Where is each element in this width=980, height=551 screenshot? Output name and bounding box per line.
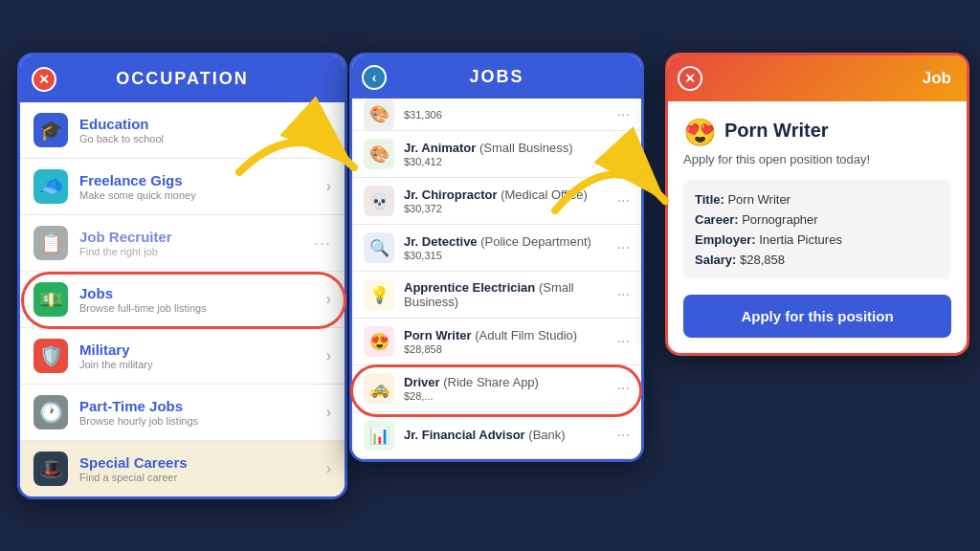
menu-item-parttime[interactable]: 🕐 Part-Time Jobs Browse hourly job listi… xyxy=(20,385,345,441)
recruiter-subtitle: Find the right job xyxy=(79,246,306,257)
jobs-subtitle: Browse full-time job listings xyxy=(79,302,319,314)
apply-position-button[interactable]: Apply for this position xyxy=(683,295,951,338)
parttime-icon: 🕐 xyxy=(33,395,68,430)
jr-chiropractor-title: Jr. Chiropractor (Medical Office) xyxy=(404,187,612,202)
job-detail-emoji: 😍 xyxy=(683,117,717,148)
job-item-partial-top: 🎨 $31,306 ··· xyxy=(352,99,641,131)
menu-item-freelance[interactable]: 🧢 Freelance Gigs Make some quick money › xyxy=(20,159,345,215)
occupation-panel: ✕ OCCUPATION 🎓 Education Go back to scho… xyxy=(17,53,347,499)
freelance-icon: 🧢 xyxy=(33,169,68,204)
military-title: Military xyxy=(79,342,319,358)
menu-item-special[interactable]: 🎩 Special Careers Find a special career … xyxy=(20,441,345,496)
job-item-jr-animator[interactable]: 🎨 Jr. Animator (Small Business) $30,412 … xyxy=(352,131,641,178)
job-detail-subtitle: Apply for this open position today! xyxy=(683,152,951,166)
parttime-title: Part-Time Jobs xyxy=(79,398,319,414)
job-detail-career-label: Career: xyxy=(695,212,739,227)
partial-salary: $31,306 xyxy=(404,109,612,121)
education-subtitle: Go back to school xyxy=(79,133,319,144)
jr-detective-employer: (Police Department) xyxy=(480,234,591,249)
job-detail-info-box: Title: Porn Writer Career: Pornographer … xyxy=(683,180,951,279)
freelance-text: Freelance Gigs Make some quick money xyxy=(79,172,319,201)
financial-dots: ··· xyxy=(617,427,630,444)
job-detail-close-button[interactable]: ✕ xyxy=(678,66,702,91)
job-detail-name: Porn Writer xyxy=(724,120,829,142)
electrician-dots: ··· xyxy=(617,286,630,303)
driver-icon: 🚕 xyxy=(364,373,394,404)
jobs-list: 🎨 $31,306 ··· 🎨 Jr. Animator (Small Busi… xyxy=(352,99,641,459)
special-icon: 🎩 xyxy=(33,452,68,486)
military-text: Military Join the military xyxy=(79,342,319,370)
job-detail-career-row: Career: Pornographer xyxy=(695,209,940,230)
job-item-driver[interactable]: 🚕 Driver (Ride Share App) $28,... ··· xyxy=(352,365,641,412)
military-icon: 🛡️ xyxy=(33,339,68,373)
jr-chiropractor-salary: $30,372 xyxy=(404,203,612,214)
electrician-employer: (Small Business) xyxy=(404,280,574,309)
occupation-close-button[interactable]: ✕ xyxy=(32,67,56,92)
menu-item-jobs[interactable]: 💵 Jobs Browse full-time job listings › xyxy=(20,272,345,328)
recruiter-dots-icon: ··· xyxy=(314,233,331,253)
porn-writer-info: Porn Writer (Adult Film Studio) $28,858 xyxy=(404,328,612,355)
job-detail-salary-row: Salary: $28,858 xyxy=(695,250,940,270)
menu-item-military[interactable]: 🛡️ Military Join the military › xyxy=(20,328,345,385)
jobs-back-button[interactable]: ‹ xyxy=(362,65,387,90)
job-detail-salary-value: $28,858 xyxy=(740,253,785,267)
jr-chiropractor-icon: 💀 xyxy=(364,186,394,216)
jr-animator-title: Jr. Animator (Small Business) xyxy=(404,141,612,155)
job-item-jr-detective[interactable]: 🔍 Jr. Detective (Police Department) $30,… xyxy=(352,225,641,272)
job-detail-title-label: Title: xyxy=(695,192,724,207)
job-item-electrician[interactable]: 💡 Apprentice Electrician (Small Business… xyxy=(352,272,641,319)
parttime-text: Part-Time Jobs Browse hourly job listing… xyxy=(79,398,319,427)
jr-detective-salary: $30,315 xyxy=(404,250,612,261)
jr-chiropractor-dots: ··· xyxy=(617,192,630,209)
jobs-icon: 💵 xyxy=(33,282,68,317)
electrician-info: Apprentice Electrician (Small Business) xyxy=(404,280,612,310)
jr-detective-info: Jr. Detective (Police Department) $30,31… xyxy=(404,234,612,261)
driver-salary: $28,... xyxy=(404,390,612,402)
electrician-icon: 💡 xyxy=(364,279,394,310)
jr-animator-icon: 🎨 xyxy=(364,139,394,169)
porn-writer-title: Porn Writer (Adult Film Studio) xyxy=(404,328,612,342)
porn-writer-salary: $28,858 xyxy=(404,343,612,355)
job-detail-panel: ✕ Job 😍 Porn Writer Apply for this open … xyxy=(665,53,969,356)
freelance-subtitle: Make some quick money xyxy=(79,189,319,201)
jr-animator-dots: ··· xyxy=(617,145,630,163)
education-text: Education Go back to school xyxy=(79,116,319,144)
menu-item-education[interactable]: 🎓 Education Go back to school › xyxy=(20,102,345,159)
education-title: Education xyxy=(79,116,319,132)
jobs-panel: ‹ JOBS 🎨 $31,306 ··· 🎨 Jr. Animator (Sma… xyxy=(349,53,644,462)
jobs-header: ‹ JOBS xyxy=(352,55,641,99)
jr-animator-salary: $30,412 xyxy=(404,156,612,167)
jr-animator-info: Jr. Animator (Small Business) $30,412 xyxy=(404,141,612,167)
jobs-title: JOBS xyxy=(469,67,523,87)
driver-employer: (Ride Share App) xyxy=(443,375,539,389)
special-text: Special Careers Find a special career xyxy=(79,454,319,483)
job-detail-career-value: Pornographer xyxy=(742,212,818,227)
jobs-title: Jobs xyxy=(79,285,319,301)
driver-title: Driver (Ride Share App) xyxy=(404,375,612,389)
job-detail-employer-label: Employer: xyxy=(695,232,756,247)
job-item-porn-writer[interactable]: 😍 Porn Writer (Adult Film Studio) $28,85… xyxy=(352,319,641,365)
job-detail-employer-value: Inertia Pictures xyxy=(759,232,842,247)
porn-writer-dots: ··· xyxy=(617,333,630,350)
driver-dots: ··· xyxy=(617,380,630,397)
jr-chiropractor-info: Jr. Chiropractor (Medical Office) $30,37… xyxy=(404,187,612,214)
job-detail-salary-label: Salary: xyxy=(695,253,736,267)
job-detail-title-value: Porn Writer xyxy=(727,192,791,207)
porn-writer-icon: 😍 xyxy=(364,326,394,357)
financial-title: Jr. Financial Advisor (Bank) xyxy=(404,428,612,442)
job-item-jr-chiropractor[interactable]: 💀 Jr. Chiropractor (Medical Office) $30,… xyxy=(352,178,641,225)
financial-info: Jr. Financial Advisor (Bank) xyxy=(404,428,612,443)
partial-info: $31,306 xyxy=(404,108,612,121)
freelance-arrow-icon: › xyxy=(326,178,331,195)
driver-info: Driver (Ride Share App) $28,... xyxy=(404,375,612,402)
jobs-text: Jobs Browse full-time job listings xyxy=(79,285,319,314)
partial-dots: ··· xyxy=(617,106,630,123)
jr-chiropractor-employer: (Medical Office) xyxy=(501,187,588,202)
education-arrow-icon: › xyxy=(326,121,331,139)
job-item-financial[interactable]: 📊 Jr. Financial Advisor (Bank) ··· xyxy=(352,412,641,459)
partial-icon: 🎨 xyxy=(364,99,394,130)
financial-icon: 📊 xyxy=(364,420,394,451)
menu-item-recruiter[interactable]: 📋 Job Recruiter Find the right job ··· xyxy=(20,215,345,272)
job-detail-header-title: Job xyxy=(923,69,951,88)
freelance-title: Freelance Gigs xyxy=(79,172,319,188)
